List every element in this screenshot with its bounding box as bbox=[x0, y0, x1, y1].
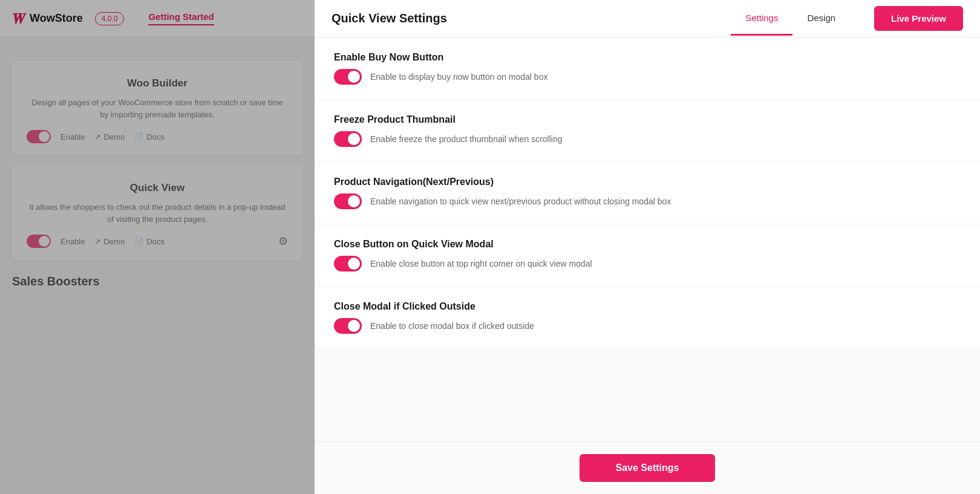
modal-header: Quick View Settings Settings Design Live… bbox=[315, 0, 980, 37]
setting-desc-close-btn: Enable close button at top right corner … bbox=[370, 259, 592, 268]
modal-footer: Save Settings bbox=[315, 441, 980, 494]
modal-content: Enable Buy Now Button Enable to display … bbox=[315, 37, 980, 441]
setting-toggle-row-nav: Enable navigation to quick view next/pre… bbox=[334, 193, 961, 209]
tab-design[interactable]: Design bbox=[792, 2, 850, 36]
toggle-close-button[interactable] bbox=[334, 256, 362, 271]
spacer-row bbox=[315, 349, 980, 378]
toggle-buy-now[interactable] bbox=[334, 69, 362, 85]
setting-label-buy-now: Enable Buy Now Button bbox=[334, 52, 961, 63]
setting-label-close-outside: Close Modal if Clicked Outside bbox=[334, 301, 961, 312]
toggle-close-outside[interactable] bbox=[334, 318, 362, 334]
setting-freeze-thumbnail: Freeze Product Thumbnail Enable freeze t… bbox=[315, 100, 980, 162]
setting-label-nav: Product Navigation(Next/Previous) bbox=[334, 177, 961, 187]
modal-title: Quick View Settings bbox=[332, 11, 731, 25]
setting-close-button: Close Button on Quick View Modal Enable … bbox=[315, 224, 980, 287]
setting-toggle-row-buy-now: Enable to display buy now button on moda… bbox=[334, 69, 961, 85]
setting-enable-buy-now: Enable Buy Now Button Enable to display … bbox=[315, 37, 980, 100]
setting-desc-buy-now: Enable to display buy now button on moda… bbox=[370, 72, 547, 82]
setting-close-outside: Close Modal if Clicked Outside Enable to… bbox=[315, 287, 980, 349]
tab-settings[interactable]: Settings bbox=[731, 2, 792, 36]
setting-toggle-row-freeze: Enable freeze the product thumbnail when… bbox=[334, 131, 961, 147]
setting-desc-freeze: Enable freeze the product thumbnail when… bbox=[370, 134, 563, 144]
setting-toggle-row-close-btn: Enable close button at top right corner … bbox=[334, 256, 961, 271]
modal-tabs: Settings Design bbox=[731, 2, 850, 36]
modal-panel: Quick View Settings Settings Design Live… bbox=[315, 0, 980, 494]
toggle-navigation[interactable] bbox=[334, 193, 362, 209]
toggle-freeze[interactable] bbox=[334, 131, 362, 147]
setting-desc-close-outside: Enable to close modal box if clicked out… bbox=[370, 321, 534, 331]
setting-label-freeze: Freeze Product Thumbnail bbox=[334, 114, 961, 125]
setting-desc-nav: Enable navigation to quick view next/pre… bbox=[370, 197, 671, 206]
setting-toggle-row-close-outside: Enable to close modal box if clicked out… bbox=[334, 318, 961, 334]
setting-product-navigation: Product Navigation(Next/Previous) Enable… bbox=[315, 162, 980, 224]
setting-label-close-btn: Close Button on Quick View Modal bbox=[334, 239, 961, 250]
live-preview-button[interactable]: Live Preview bbox=[874, 6, 963, 31]
save-settings-button[interactable]: Save Settings bbox=[580, 454, 716, 482]
